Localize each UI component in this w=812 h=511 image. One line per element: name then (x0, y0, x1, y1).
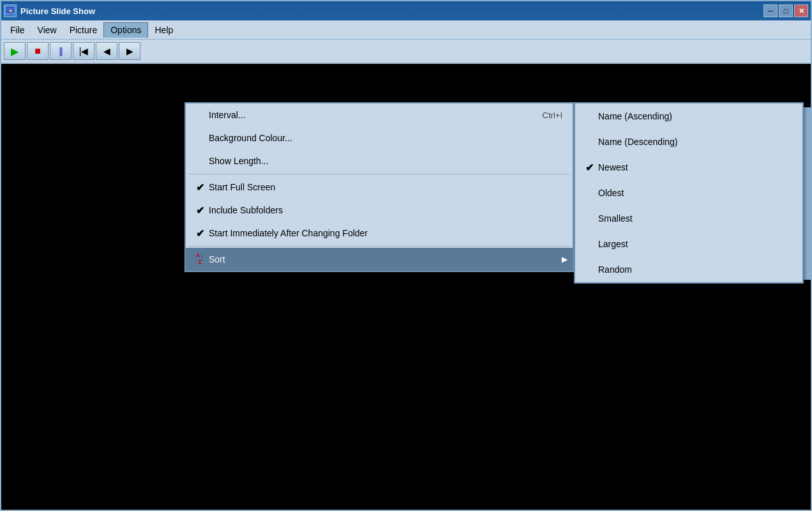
sort-submenu: Name (Ascending) Name (Descending) ✔ New… (574, 102, 804, 284)
menu-item-interval[interactable]: Interval... Ctrl+I (186, 103, 573, 126)
titlebar-buttons: ─ □ ✕ (763, 4, 808, 17)
check-newest: ✔ (580, 162, 598, 174)
sort-item-smallest[interactable]: Smallest (575, 206, 802, 231)
sort-item-name-asc[interactable]: Name (Ascending) (575, 103, 802, 129)
pause-button[interactable]: ‖ (50, 42, 71, 60)
menu-item-include-subfolders[interactable]: ✔ Include Subfolders (186, 199, 573, 222)
app-icon (4, 4, 17, 17)
menu-help[interactable]: Help (148, 23, 179, 37)
titlebar: Picture Slide Show ─ □ ✕ (1, 1, 811, 20)
next-button[interactable]: ▶ (119, 42, 140, 60)
first-button[interactable]: |◀ (73, 42, 94, 60)
svg-rect-2 (8, 14, 13, 15)
sort-item-newest[interactable]: ✔ Newest (575, 155, 802, 180)
label-name-asc: Name (Ascending) (598, 111, 797, 121)
play-button[interactable]: ▶ (4, 42, 26, 60)
label-smallest: Smallest (598, 213, 797, 224)
menu-picture[interactable]: Picture (63, 23, 104, 37)
main-window: Picture Slide Show ─ □ ✕ File View Pictu… (0, 0, 812, 511)
toolbar: ▶ ■ ‖ |◀ ◀ ▶ (1, 40, 811, 64)
label-sort: Sort (209, 254, 562, 264)
main-content: Interval... Ctrl+I Background Colour... … (1, 64, 811, 510)
separator-2 (188, 246, 570, 247)
menu-options[interactable]: Options (103, 22, 148, 38)
minimize-button[interactable]: ─ (763, 4, 778, 17)
sort-item-oldest[interactable]: Oldest (575, 180, 802, 206)
label-interval: Interval... (209, 110, 543, 120)
label-show-length: Show Length... (209, 156, 562, 166)
check-sort: A↓ Z (191, 253, 209, 266)
menu-item-start-immediately[interactable]: ✔ Start Immediately After Changing Folde… (186, 222, 573, 245)
sort-arrow-icon: ▶ (562, 255, 568, 264)
label-start-immediately: Start Immediately After Changing Folder (209, 228, 568, 238)
label-newest: Newest (598, 162, 797, 172)
menu-view[interactable]: View (31, 23, 63, 37)
stop-button[interactable]: ■ (27, 42, 49, 60)
check-include-subfolders: ✔ (191, 204, 209, 217)
prev-button[interactable]: ◀ (96, 42, 117, 60)
options-menu: Interval... Ctrl+I Background Colour... … (184, 102, 574, 272)
sort-item-largest[interactable]: Largest (575, 231, 802, 257)
label-include-subfolders: Include Subfolders (209, 205, 568, 215)
shortcut-interval: Ctrl+I (543, 111, 568, 120)
label-largest: Largest (598, 239, 797, 249)
menu-item-sort[interactable]: A↓ Z Sort ▶ (186, 248, 573, 271)
titlebar-left: Picture Slide Show (4, 4, 95, 17)
restore-button[interactable]: □ (779, 4, 793, 17)
window-title: Picture Slide Show (20, 6, 95, 16)
separator-1 (188, 174, 570, 174)
menu-item-background[interactable]: Background Colour... (186, 126, 573, 149)
check-start-immediately: ✔ (191, 227, 209, 240)
check-start-fullscreen: ✔ (191, 181, 209, 194)
label-background: Background Colour... (209, 133, 562, 143)
sort-item-name-desc[interactable]: Name (Descending) (575, 129, 802, 155)
menubar: File View Picture Options Help (1, 20, 811, 40)
label-name-desc: Name (Descending) (598, 137, 797, 147)
menu-item-start-fullscreen[interactable]: ✔ Start Full Screen (186, 176, 573, 199)
sort-item-random[interactable]: Random (575, 257, 802, 282)
menu-file[interactable]: File (4, 23, 31, 37)
close-button[interactable]: ✕ (794, 4, 808, 17)
label-oldest: Oldest (598, 188, 797, 198)
label-random: Random (598, 264, 797, 275)
label-start-fullscreen: Start Full Screen (209, 182, 568, 192)
sort-az-icon: A↓ Z (196, 253, 204, 266)
left-panel (1, 64, 184, 510)
menu-item-show-length[interactable]: Show Length... (186, 149, 573, 172)
